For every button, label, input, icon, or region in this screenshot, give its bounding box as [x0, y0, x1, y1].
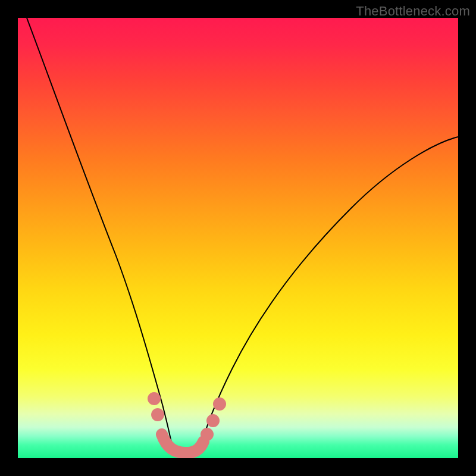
left-curve	[27, 18, 174, 455]
watermark-text: TheBottleneck.com	[356, 4, 470, 19]
valley-trail	[162, 434, 203, 453]
marker-bead	[213, 397, 226, 411]
marker-bead	[151, 408, 164, 421]
curve-layer	[18, 18, 458, 458]
right-curve	[198, 137, 458, 455]
marker-bead	[201, 428, 214, 441]
marker-bead	[206, 414, 220, 427]
marker-bead	[148, 392, 161, 405]
plot-area	[18, 18, 458, 458]
frame: TheBottleneck.com	[0, 0, 476, 476]
